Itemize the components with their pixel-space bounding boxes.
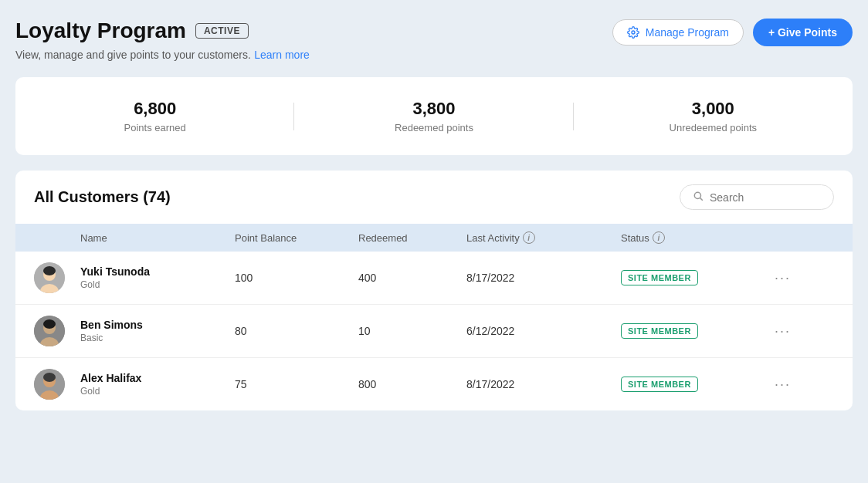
avatar [34,316,65,346]
manage-program-button[interactable]: Manage Program [612,19,744,46]
page-header: Loyalty Program ACTIVE View, manage and … [15,19,853,62]
unredeemed-points-label: Unredeemed points [574,122,853,133]
customer-info: Alex Halifax Gold [80,372,235,397]
status-badge: SITE MEMBER [621,377,698,392]
more-options-button[interactable]: ··· [744,323,791,339]
active-badge: ACTIVE [195,23,249,39]
customer-info: Ben Simons Basic [80,319,235,343]
col-header-redeemed: Redeemed [358,232,466,244]
points-earned-value: 6,800 [15,99,294,119]
svg-point-6 [43,266,56,275]
status-info-icon[interactable]: i [653,231,665,244]
give-points-button[interactable]: + Give Points [753,19,853,46]
col-header-last-activity: Last Activity i [466,231,621,244]
customer-tier: Gold [80,279,235,290]
subtitle-text: View, manage and give points to your cus… [15,49,251,61]
manage-program-label: Manage Program [646,26,729,39]
subtitle-row: View, manage and give points to your cus… [15,48,310,62]
status-cell: SITE MEMBER [621,377,744,392]
svg-point-10 [43,319,56,329]
gear-icon [627,26,639,39]
customers-section: All Customers (74) Name Point Balance [15,171,853,410]
stat-points-earned: 6,800 Points earned [15,99,294,133]
header-left: Loyalty Program ACTIVE View, manage and … [15,19,310,62]
stat-unredeemed-points: 3,000 Unredeemed points [574,99,853,133]
table-row: Alex Halifax Gold 75 800 8/17/2022 SITE … [15,358,853,410]
title-row: Loyalty Program ACTIVE [15,19,310,43]
points-earned-label: Points earned [15,122,294,133]
page-title: Loyalty Program [15,19,186,43]
col-header-status: Status i [621,231,744,244]
status-badge: SITE MEMBER [621,270,698,285]
redeemed-amount: 800 [358,378,466,390]
customer-name: Alex Halifax [80,372,235,384]
table-row: Yuki Tsunoda Gold 100 400 8/17/2022 SITE… [15,252,853,305]
customer-tier: Gold [80,386,235,397]
svg-point-1 [694,192,700,198]
redeemed-points-label: Redeemed points [294,122,573,133]
point-balance: 80 [235,325,358,337]
header-right: Manage Program + Give Points [612,19,853,46]
last-activity-info-icon[interactable]: i [523,231,535,244]
more-options-button[interactable]: ··· [744,377,791,393]
status-cell: SITE MEMBER [621,270,744,285]
avatar [34,262,65,293]
customer-name: Yuki Tsunoda [80,265,235,278]
table-header: Name Point Balance Redeemed Last Activit… [15,224,853,252]
point-balance: 75 [235,378,358,390]
learn-more-link[interactable]: Learn more [254,49,310,61]
last-activity: 8/17/2022 [466,378,621,390]
svg-point-14 [43,373,56,382]
col-header-point-balance: Point Balance [235,232,358,244]
customer-table-body: Yuki Tsunoda Gold 100 400 8/17/2022 SITE… [15,252,853,410]
avatar [34,369,65,400]
redeemed-points-value: 3,800 [294,99,573,119]
stat-redeemed-points: 3,800 Redeemed points [294,99,573,133]
redeemed-amount: 400 [358,272,466,284]
more-options-button[interactable]: ··· [744,270,791,286]
stats-card: 6,800 Points earned 3,800 Redeemed point… [15,77,853,155]
customer-tier: Basic [80,333,235,343]
col-header-name: Name [80,232,235,244]
svg-point-0 [632,31,635,34]
point-balance: 100 [235,272,358,284]
status-badge: SITE MEMBER [621,323,698,339]
status-cell: SITE MEMBER [621,323,744,339]
last-activity: 8/17/2022 [466,272,621,284]
search-box[interactable] [680,184,834,210]
search-icon [693,191,704,204]
customer-info: Yuki Tsunoda Gold [80,265,235,290]
customers-title: All Customers (74) [34,188,171,206]
customers-header: All Customers (74) [15,171,853,224]
svg-line-2 [700,198,703,201]
search-input[interactable] [710,191,818,204]
unredeemed-points-value: 3,000 [574,99,853,119]
last-activity: 6/12/2022 [466,325,621,337]
table-row: Ben Simons Basic 80 10 6/12/2022 SITE ME… [15,305,853,358]
redeemed-amount: 10 [358,325,466,337]
customer-name: Ben Simons [80,319,235,331]
